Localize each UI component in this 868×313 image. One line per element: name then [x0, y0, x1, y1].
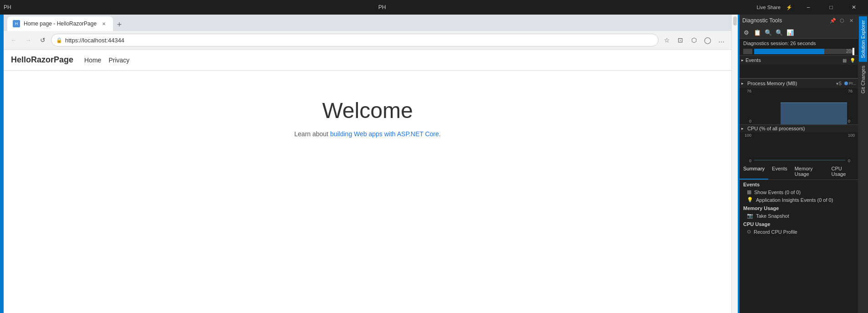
memory-section-header: ▸ Process Memory (MB) ▾S Pr...: [740, 78, 858, 88]
diag-bottom-panel: Events ▦ Show Events (0 of 0) 💡 Applicat…: [740, 180, 858, 313]
title-bar-left: PH: [4, 4, 11, 10]
timeline-fill: [754, 49, 824, 54]
diag-session: Diagnostics session: 26 seconds: [740, 39, 858, 48]
favorites-button[interactable]: ⊡: [674, 34, 687, 46]
tab-events[interactable]: Events: [768, 164, 791, 180]
site-brand: HelloRazorPage: [11, 55, 73, 65]
browser-content: HelloRazorPage Home Privacy Welcome Lear…: [4, 50, 731, 313]
timeline-thumb[interactable]: [853, 48, 854, 55]
site-nav: Home Privacy: [84, 56, 129, 64]
snapshot-icon: 📷: [747, 213, 753, 219]
app-insights-item[interactable]: 💡 Application Insights Events (0 of 0): [740, 196, 858, 204]
nav-home[interactable]: Home: [84, 56, 101, 64]
memory-filter-icon[interactable]: ▾S: [835, 80, 842, 87]
browser-chrome: H Home page - HelloRazorPage ✕ + ← → ↺: [4, 15, 731, 50]
subtitle-link[interactable]: building Web apps with ASP.NET Core: [330, 130, 439, 138]
table-icon: ▦: [841, 56, 848, 64]
timeline-bar[interactable]: 20s: [754, 49, 854, 54]
live-share-button[interactable]: Live Share: [753, 5, 784, 10]
browser-scrollbar[interactable]: [731, 15, 738, 313]
memory-max-right: 76: [848, 89, 857, 93]
events-section-title: Events: [745, 57, 841, 63]
site-main: Welcome Learn about building Web apps wi…: [4, 71, 731, 165]
solution-explorer-tab[interactable]: Solution Explorer: [859, 16, 867, 62]
memory-legend: ▾S Pr...: [835, 80, 856, 87]
bulb-icon: 💡: [849, 56, 856, 64]
tab-bar: H Home page - HelloRazorPage ✕ +: [4, 15, 731, 31]
diag-toolbar: ⚙ 📋 🔍 🔍 📊: [740, 26, 858, 39]
diag-search-button[interactable]: 🔍: [763, 27, 773, 37]
git-changes-tab[interactable]: Git Changes: [859, 62, 867, 97]
nav-privacy[interactable]: Privacy: [108, 56, 129, 64]
more-button[interactable]: …: [715, 34, 728, 46]
memory-min-right: 0: [848, 119, 857, 123]
title-bar-center: PH: [11, 4, 753, 10]
cpu-section-header: ▸ CPU (% of all processors): [740, 124, 858, 132]
events-chart: [740, 65, 858, 78]
legend-label: Pr...: [849, 81, 856, 86]
refresh-button[interactable]: ↺: [36, 34, 49, 46]
memory-legend-item: Pr...: [844, 81, 856, 86]
memory-usage-section-label: Memory Usage: [740, 204, 858, 212]
cpu-arrow[interactable]: ▸: [741, 126, 744, 131]
diagnostic-panel: Diagnostic Tools 📌 ⬡ ✕ ⚙ 📋 🔍 🔍 📊 Diagnos…: [740, 15, 858, 313]
site-subtitle: Learn about building Web apps with ASP.N…: [294, 130, 440, 138]
cpu-min-label: 0: [740, 159, 751, 163]
back-button[interactable]: ←: [7, 34, 20, 46]
vs-left-bar: [0, 15, 4, 313]
tab-close-button[interactable]: ✕: [100, 20, 107, 27]
tab-memory-usage[interactable]: Memory Usage: [791, 164, 828, 180]
maximize-button[interactable]: □: [821, 0, 842, 15]
tab-cpu-usage[interactable]: CPU Usage: [828, 164, 858, 180]
events-arrow[interactable]: ▸: [741, 58, 744, 62]
cpu-min-right: 0: [848, 159, 857, 163]
diag-float-button[interactable]: ⬡: [838, 16, 846, 25]
tab-title: Home page - HelloRazorPage: [24, 21, 97, 27]
diag-save-button[interactable]: 📋: [752, 27, 762, 37]
app-insights-label: Application Insights Events (0 of 0): [756, 197, 833, 203]
take-snapshot-item[interactable]: 📷 Take Snapshot: [740, 212, 858, 220]
star-button[interactable]: ☆: [660, 34, 673, 46]
diag-chart-button[interactable]: 📊: [785, 27, 795, 37]
memory-fill: [781, 103, 847, 124]
vs-icon: ⚡: [786, 5, 792, 10]
memory-arrow[interactable]: ▸: [741, 81, 744, 86]
diag-filter-button[interactable]: 🔍: [774, 27, 784, 37]
diag-pin-button[interactable]: 📌: [829, 16, 837, 25]
new-tab-button[interactable]: +: [113, 18, 126, 31]
collections-button[interactable]: ⬡: [688, 34, 700, 46]
site-heading: Welcome: [322, 98, 413, 123]
vertical-tabs: Solution Explorer Git Changes: [858, 15, 868, 313]
subtitle-text: Learn about: [294, 130, 330, 138]
main-layout: H Home page - HelloRazorPage ✕ + ← → ↺: [0, 15, 868, 313]
browser-area: H Home page - HelloRazorPage ✕ + ← → ↺: [4, 15, 731, 313]
tab-favicon: H: [13, 20, 20, 27]
events-section-label: Events: [740, 180, 858, 188]
title-bar: PH PH Live Share ⚡ – □ ✕: [0, 0, 868, 15]
diag-settings-button[interactable]: ⚙: [741, 27, 751, 37]
section-icons: ▦ 💡: [841, 56, 856, 64]
diag-titlebar: Diagnostic Tools 📌 ⬡ ✕: [740, 15, 858, 26]
close-button[interactable]: ✕: [843, 0, 864, 15]
url-bar[interactable]: 🔒 https://localhost:44344: [51, 34, 659, 46]
profile-button[interactable]: ◯: [701, 34, 714, 46]
minimize-button[interactable]: –: [798, 0, 819, 15]
memory-title-row: ▸ Process Memory (MB): [741, 81, 797, 86]
diag-timeline[interactable]: 20s: [740, 48, 858, 55]
show-events-item[interactable]: ▦ Show Events (0 of 0): [740, 188, 858, 196]
tab-summary[interactable]: Summary: [740, 164, 768, 180]
memory-y-right: 76 0: [847, 88, 858, 124]
legend-dot-memory: [844, 82, 848, 85]
memory-chart-area: [752, 88, 847, 124]
diag-close-button[interactable]: ✕: [847, 16, 855, 25]
browser-tab[interactable]: H Home page - HelloRazorPage ✕: [7, 16, 113, 31]
window-title: PH: [378, 4, 386, 10]
record-cpu-item[interactable]: ⊙ Record CPU Profile: [740, 228, 858, 236]
cpu-title-row: ▸ CPU (% of all processors): [741, 126, 805, 131]
memory-max-label: 76: [740, 89, 751, 93]
address-bar: ← → ↺ 🔒 https://localhost:44344 ☆ ⊡ ⬡ ◯: [4, 31, 731, 49]
record-icon: ⊙: [747, 229, 751, 235]
forward-button[interactable]: →: [22, 34, 35, 46]
cpu-max-label: 100: [740, 133, 751, 138]
memory-section-title: Process Memory (MB): [747, 81, 797, 86]
